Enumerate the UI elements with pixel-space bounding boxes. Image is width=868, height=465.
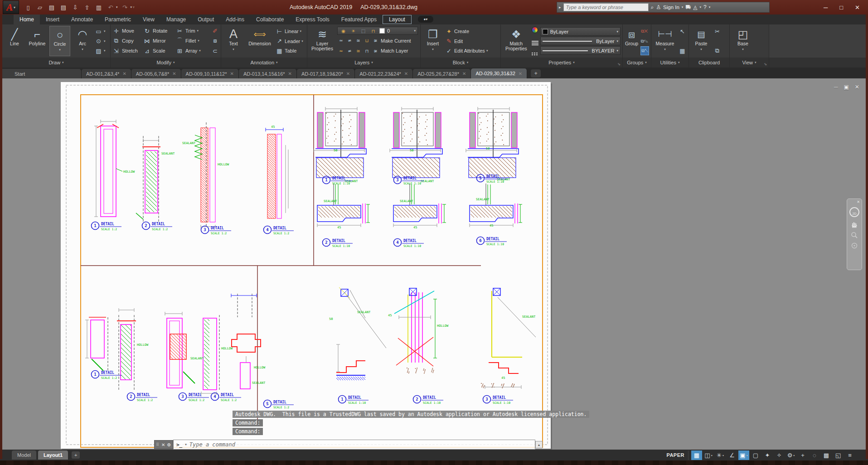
file-tab-4[interactable]: AD-017,18,19&20*✕ bbox=[297, 69, 355, 78]
ribbon-tab-add-ins[interactable]: Add-ins bbox=[220, 15, 250, 24]
clean-screen-icon[interactable]: ◱ bbox=[833, 450, 844, 460]
layer-properties-button[interactable]: ≋Layer Properties bbox=[309, 26, 335, 56]
file-tab-active[interactable]: AD-029,30,31&32✕ bbox=[471, 68, 527, 78]
open-from-web-icon[interactable]: ⇧ bbox=[82, 3, 92, 12]
linear-button[interactable]: ⊢Linear▾ bbox=[276, 27, 303, 36]
ribbon-tab-layout[interactable]: Layout bbox=[383, 15, 412, 24]
graphics-performance-icon[interactable]: ▩ bbox=[821, 450, 832, 460]
panel-label-clipboard[interactable]: Clipboard bbox=[689, 58, 730, 68]
new-drawing-tab-button[interactable]: + bbox=[531, 69, 541, 78]
tab-close-icon[interactable]: ✕ bbox=[346, 71, 350, 76]
polar-tracking-icon[interactable]: ✳▾ bbox=[715, 450, 726, 460]
edit-attributes-button[interactable]: ✓Edit Attributes▾ bbox=[445, 46, 488, 55]
ortho-icon[interactable]: ∠ bbox=[727, 450, 737, 460]
panel-label-layers[interactable]: Layers▾ bbox=[307, 58, 421, 68]
ribbon-tab-output[interactable]: Output bbox=[192, 15, 220, 24]
panel-label-view[interactable]: View▾⇘ bbox=[730, 58, 769, 68]
navbar-close-icon[interactable]: ✕ bbox=[857, 200, 860, 204]
redo-dropdown-icon[interactable]: ▾ bbox=[131, 5, 132, 9]
sign-in-button[interactable]: Sign In bbox=[663, 5, 679, 10]
panel-label-groups[interactable]: Groups▾ bbox=[623, 58, 651, 68]
hatch-button[interactable]: ▨▾ bbox=[95, 46, 106, 55]
drawing-canvas[interactable]: HOLLOWSEALANTSEALANTHOLLOW45SEALANTSEALA… bbox=[0, 78, 868, 450]
workspace-gear-icon[interactable]: ⚙▾ bbox=[786, 450, 796, 460]
zoom-icon[interactable] bbox=[851, 232, 858, 239]
file-tab-3[interactable]: AD-013,14,15&16*✕ bbox=[239, 69, 297, 78]
snap-icon[interactable]: ◫▾ bbox=[703, 450, 714, 460]
quick-calculator-button[interactable]: ▦ bbox=[679, 46, 686, 55]
measure-button[interactable]: ⊢⊣Measure▾ bbox=[653, 26, 677, 56]
erase-button[interactable]: ✐ bbox=[211, 27, 221, 34]
command-input[interactable]: >_ ▾ Type a command bbox=[173, 440, 535, 450]
cut-button[interactable]: ✂ bbox=[713, 27, 721, 36]
steering-wheel-icon[interactable]: 2D bbox=[849, 207, 859, 217]
create-block-button[interactable]: ✦Create bbox=[445, 27, 488, 36]
match-layer-button[interactable]: ≃≄≅⊓≆ Match Layer bbox=[337, 46, 418, 55]
save-to-web-icon[interactable]: ⇩ bbox=[71, 3, 80, 12]
qat-customize-icon[interactable]: ▿ bbox=[133, 5, 135, 9]
grid-icon[interactable]: ▦ bbox=[691, 450, 702, 460]
doc-restore-icon[interactable]: ▣ bbox=[844, 84, 849, 90]
ribbon-tab-annotate[interactable]: Annotate bbox=[65, 15, 99, 24]
scale-button[interactable]: ⊿Scale bbox=[143, 47, 176, 54]
open-file-icon[interactable]: ▱ bbox=[35, 3, 44, 12]
ribbon-tab-view[interactable]: View bbox=[137, 15, 160, 24]
new-layout-button[interactable]: + bbox=[72, 451, 80, 459]
tab-close-icon[interactable]: ✕ bbox=[288, 71, 292, 76]
doc-close-icon[interactable]: ✕ bbox=[855, 84, 859, 90]
annotation-visibility-icon[interactable]: ✦ bbox=[762, 450, 773, 460]
save-as-icon[interactable]: ▤ bbox=[59, 3, 68, 12]
ribbon-tab-manage[interactable]: Manage bbox=[160, 15, 192, 24]
infocenter-collapse-icon[interactable]: ▸ bbox=[559, 5, 561, 10]
file-tab-2[interactable]: AD-009,10,11&12*✕ bbox=[181, 69, 239, 78]
panel-label-annotation[interactable]: Annotation▾ bbox=[221, 58, 307, 68]
paste-button[interactable]: ▤Paste▾ bbox=[691, 26, 712, 56]
insert-button[interactable]: ❐Insert▾ bbox=[422, 26, 443, 56]
group-edit-button[interactable]: ⧉✎ bbox=[640, 37, 649, 46]
file-tab-6[interactable]: AD-025,26,27&28*✕ bbox=[413, 69, 471, 78]
ribbon-tab-insert[interactable]: Insert bbox=[40, 15, 65, 24]
rotate-button[interactable]: ↻Rotate bbox=[143, 27, 176, 34]
undo-icon[interactable]: ↶ bbox=[106, 3, 115, 12]
undo-dropdown-icon[interactable]: ▾ bbox=[116, 5, 118, 9]
ribbon-tab-home[interactable]: Home bbox=[14, 15, 40, 24]
minimize-button[interactable]: ─ bbox=[824, 4, 828, 11]
doc-minimize-icon[interactable]: ─ bbox=[834, 84, 838, 90]
autodesk-a360-icon[interactable]: ◬ bbox=[693, 4, 697, 10]
lineweight-dropdown[interactable]: ByLayer▾ bbox=[540, 37, 621, 45]
ellipse-button[interactable]: ⊙▾ bbox=[95, 37, 106, 46]
panel-label-draw[interactable]: Draw▾ bbox=[2, 58, 111, 68]
panel-label-utilities[interactable]: Utilities▾ bbox=[651, 58, 689, 68]
move-button[interactable]: ✛Move bbox=[112, 27, 143, 34]
stretch-button[interactable]: ⇲Stretch bbox=[112, 47, 143, 54]
group-button[interactable]: ⧈Group bbox=[625, 26, 639, 56]
explode-button[interactable]: ⧇ bbox=[211, 37, 221, 44]
quick-select-button[interactable]: ↖ bbox=[679, 27, 686, 36]
color-wheel-icon[interactable] bbox=[532, 27, 538, 33]
ribbon-display-toggle[interactable]: ●▾ bbox=[418, 16, 433, 23]
trim-button[interactable]: ✂Trim▾ bbox=[176, 27, 211, 34]
app-store-cart-icon[interactable]: ⛟ bbox=[685, 4, 691, 10]
customization-plus-icon[interactable]: + bbox=[797, 450, 808, 460]
circle-button[interactable]: ○Circle▾ bbox=[49, 26, 70, 56]
new-file-icon[interactable]: ▯ bbox=[24, 3, 33, 12]
isolate-objects-icon[interactable]: ◌ bbox=[809, 450, 820, 460]
layout-paper[interactable]: HOLLOWSEALANTSEALANTHOLLOW45SEALANTSEALA… bbox=[61, 82, 551, 449]
panel-label-modify[interactable]: Modify▾ bbox=[111, 58, 221, 68]
orbit-icon[interactable] bbox=[851, 242, 858, 249]
selection-cycling-icon[interactable]: ▢ bbox=[750, 450, 761, 460]
text-button[interactable]: AText▾ bbox=[223, 26, 244, 56]
arc-button[interactable]: ◠Arc▾ bbox=[72, 26, 93, 56]
customization-menu-icon[interactable]: ≡ bbox=[844, 450, 855, 460]
file-tab-0[interactable]: AD-001,2&3,4*✕ bbox=[82, 69, 131, 78]
ribbon-tab-parametric[interactable]: Parametric bbox=[99, 15, 137, 24]
line-button[interactable]: ╱Line bbox=[4, 26, 25, 56]
tab-close-icon[interactable]: ✕ bbox=[172, 71, 176, 76]
mirror-button[interactable]: ⋈Mirror bbox=[143, 37, 176, 44]
copy-clip-button[interactable]: ⧉ bbox=[713, 46, 721, 55]
file-tab-5[interactable]: AD-021,22,23&24*✕ bbox=[355, 69, 413, 78]
save-icon[interactable]: ▤ bbox=[47, 3, 56, 12]
fillet-button[interactable]: ⌒Fillet▾ bbox=[176, 37, 211, 44]
redo-icon[interactable]: ↷ bbox=[121, 3, 130, 12]
polyline-button[interactable]: ⌐Polyline bbox=[27, 26, 48, 56]
